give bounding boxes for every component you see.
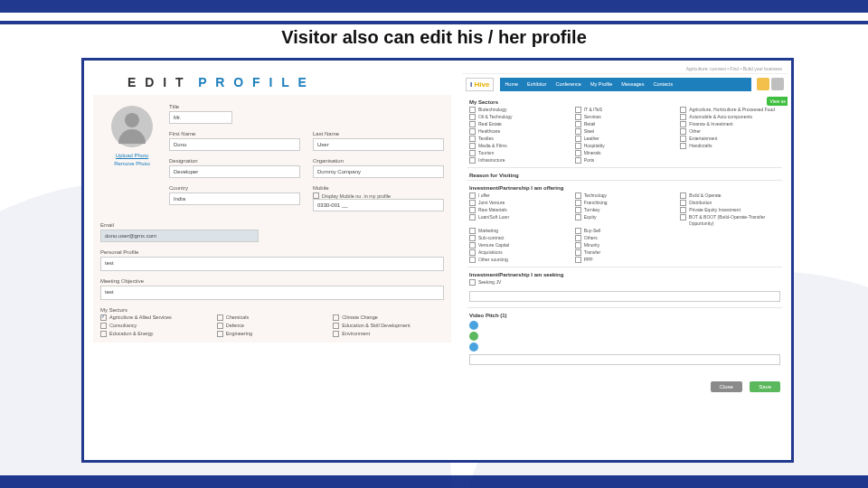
edit-profile-header: E D I T P R O F I L E [88,64,457,95]
hive-topbar: Agriculture: connect • Find • Build your… [462,64,788,74]
tab-home[interactable]: Home [500,78,523,91]
seeking-grid: Seeking JV [462,279,788,289]
slide-top-bar [0,0,868,13]
sector-checkbox[interactable] [100,323,107,329]
hive-logo: I Hive [466,78,494,91]
email-input[interactable]: dono.user@gmx.com [100,230,259,242]
slide-title: Visitor also can edit his / her profile [0,27,868,48]
panel-preview: Agriculture: connect • Find • Build your… [462,64,788,456]
video-icon[interactable] [469,321,478,330]
preview-sectors-grid: BiotechnologyIT & ITeSAgriculture, Horti… [462,107,788,167]
preview-sectors-title: My Sectors [462,95,788,107]
panels-frame: E D I T P R O F I L E Upload Photo Remov… [81,58,794,463]
reason-label: Reason for Visiting [462,168,788,180]
save-button[interactable]: Save [750,381,780,392]
country-label: Country [169,185,300,191]
sector-checkbox[interactable] [217,331,223,337]
remove-photo-link[interactable]: Remove Photo [100,161,164,166]
tab-contacts[interactable]: Contacts [648,78,677,91]
sector-checkbox[interactable] [333,314,339,321]
firstname-input[interactable]: Dono [169,138,300,151]
view-as-pill[interactable]: View as [767,97,788,106]
tab-exhibitor[interactable]: Exhibitor [523,78,551,91]
panel-edit-profile: E D I T P R O F I L E Upload Photo Remov… [88,64,457,456]
personal-profile-textarea[interactable]: test [100,257,444,271]
mobile-display-label: Display Mobile no. in my profile [322,193,391,199]
sector-checkbox[interactable] [217,323,223,329]
avatar-placeholder [111,106,153,147]
offering-label: Investment/Partnership I am offering [462,181,788,192]
mobile-input[interactable]: 0330-001 __ [313,199,444,211]
country-select[interactable]: India [169,192,300,205]
tab-conference[interactable]: Conference [551,78,585,91]
seeking-label: Investment/Partnership I am seeking [462,267,788,279]
slide-sub-bar [0,21,868,24]
video-input[interactable] [469,354,780,365]
seeking-input[interactable] [469,291,780,302]
tab-messages[interactable]: Messages [617,78,648,91]
meeting-objective-textarea[interactable]: test [100,286,444,300]
sector-checkbox[interactable] [217,314,223,321]
badge-icon [757,78,769,90]
firstname-label: First Name [169,131,300,136]
designation-input[interactable]: Developer [169,165,300,178]
title-label: Title [169,104,232,109]
email-label: Email [100,222,444,228]
sector-checkbox[interactable] [100,314,107,321]
sector-checkbox[interactable] [100,331,107,337]
meeting-objective-label: Meeting Objective [100,278,444,284]
tab-my-profile[interactable]: My Profile [586,78,617,91]
organisation-label: Organisation [313,158,444,164]
video-icon[interactable] [469,332,478,341]
my-sectors-label: My Sectors [100,307,444,313]
designation-label: Designation [169,158,300,164]
sector-checkbox[interactable] [333,323,339,329]
user-icon[interactable] [771,78,784,90]
mobile-label: Mobile [313,185,444,191]
personal-profile-label: Personal Profile [100,249,444,255]
offering-grid: I offerTechnologyBuild & Operate Joint V… [462,192,788,267]
title-select[interactable]: Mr. [169,111,232,124]
mobile-display-checkbox[interactable] [313,192,319,199]
close-button[interactable]: Close [711,381,742,392]
sector-checkbox[interactable] [333,331,339,337]
upload-photo-link[interactable]: Upload Photo [100,153,164,158]
hive-nav-tabs: Home Exhibitor Conference My Profile Mes… [500,78,751,91]
organisation-input[interactable]: Dummy Company [313,165,444,178]
lastname-input[interactable]: User [313,138,444,151]
video-icon[interactable] [469,343,478,352]
lastname-label: Last Name [313,131,444,136]
my-sectors-grid: Agriculture & Allied Services Chemicals … [100,314,444,337]
video-pitch-label: Video Pitch (1) [462,308,788,320]
